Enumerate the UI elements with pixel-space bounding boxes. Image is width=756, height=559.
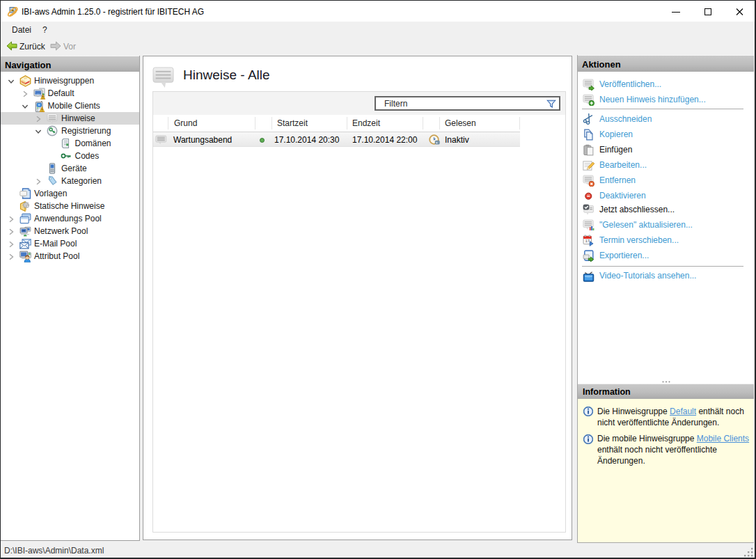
svg-text:17: 17	[585, 238, 590, 243]
